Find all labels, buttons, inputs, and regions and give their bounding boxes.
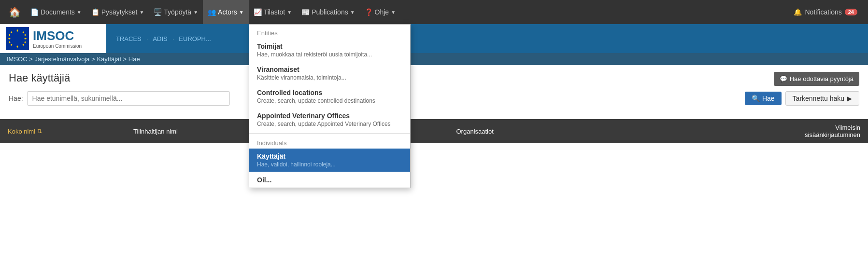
publications-icon: 📰 (301, 8, 310, 16)
navbar-item-publications[interactable]: 📰 Publications ▼ (297, 0, 359, 24)
dropdown-divider (249, 133, 410, 134)
dropdown-item-appointed-vet[interactable]: Appointed Veterinary Offices Create, sea… (249, 108, 410, 131)
navbar-item-actors[interactable]: 👥 Actors ▼ (203, 0, 249, 24)
search-label: Hae: (9, 95, 23, 102)
pending-requests-button[interactable]: 💬 Hae odottavia pyyntöjä (774, 72, 859, 86)
traces-bar: TRACES · ADIS · EUROPH... (106, 24, 868, 53)
table-col-last-login: Viimeisin sisäänkirjautuminen (771, 119, 868, 143)
navbar-item-tyopoyta[interactable]: 🖥️ Työpöytä ▼ (149, 0, 203, 24)
svg-point-22 (25, 35, 26, 36)
documents-icon: 📄 (30, 8, 39, 16)
search-row: Hae: 🔍 Hae Tarkennettu haku ▶ (9, 91, 859, 106)
navbar-item-ohje[interactable]: ❓ Ohje ▼ (360, 0, 400, 24)
svg-point-18 (23, 32, 24, 33)
search-input[interactable] (27, 91, 230, 106)
chevron-right-icon: ▶ (847, 95, 852, 102)
traces-link[interactable]: TRACES (116, 35, 142, 42)
navbar-item-tilastot[interactable]: 📈 Tilastot ▼ (249, 0, 297, 24)
dropdown-item-title: Appointed Veterinary Offices (257, 112, 402, 120)
breadcrumb: IMSOC > Järjestelmänvalvoja > Käyttäjät … (7, 55, 140, 63)
tilastot-icon: 📈 (254, 8, 262, 16)
notification-badge: 24 (845, 9, 857, 15)
dropdown-entities-header: Entities (249, 25, 410, 39)
breadcrumb-bar: IMSOC > Järjestelmänvalvoja > Käyttäjät … (0, 53, 868, 65)
table-header: Koko nimi ⇅ Tilinhaltijan nimi Organisaa… (0, 119, 868, 143)
dropdown-individuals-header: Individuals (249, 136, 410, 143)
dropdown-item-title: Controlled locations (257, 89, 402, 96)
notifications-button[interactable]: 🔔 Notifications 24 (787, 8, 864, 16)
table-col-name[interactable]: Koko nimi ⇅ (0, 123, 126, 140)
chevron-down-icon: ▼ (139, 10, 144, 15)
search-button[interactable]: 🔍 Hae (745, 92, 782, 105)
svg-point-13 (17, 30, 18, 32)
dropdown-item-desc: Käsittele viranomaisia, toimintoja... (257, 74, 402, 81)
svg-point-16 (25, 38, 26, 40)
svg-point-15 (9, 38, 11, 40)
dropdown-item-toimijat[interactable]: Toimijat Hae, muokkaa tai rekisteröi uus… (249, 39, 410, 62)
sort-icon: ⇅ (37, 128, 42, 135)
svg-point-17 (11, 32, 12, 33)
logo-subtitle: European Commission (33, 43, 82, 49)
logo-area: IMSOC European Commission (0, 24, 106, 53)
home-icon[interactable]: 🏠 (4, 6, 26, 18)
eu-flag (6, 27, 29, 50)
logo-title: IMSOC (33, 28, 82, 43)
dropdown-item-desc: Create, search, update Appointed Veterin… (257, 121, 402, 127)
advanced-search-button[interactable]: Tarkennettu haku ▶ (785, 91, 859, 106)
pysaytykset-icon: 📋 (91, 8, 100, 16)
svg-point-19 (11, 44, 12, 45)
chevron-down-icon: ▼ (77, 10, 82, 15)
dropdown-item-viranomaiset[interactable]: Viranomaiset Käsittele viranomaisia, toi… (249, 62, 410, 85)
dropdown-item-controlled-locations[interactable]: Controlled locations Create, search, upd… (249, 85, 410, 108)
chevron-down-icon: ▼ (193, 10, 198, 15)
dropdown-item-title: Toimijat (257, 42, 402, 50)
header-area: IMSOC European Commission TRACES · ADIS … (0, 24, 868, 53)
svg-point-21 (9, 35, 10, 36)
ohje-icon: ❓ (365, 8, 373, 16)
bell-icon: 🔔 (794, 8, 802, 16)
dropdown-item-desc: Create, search, update controlled destin… (257, 97, 402, 104)
dot-1: · (146, 35, 148, 42)
tyopoyta-icon: 🖥️ (154, 8, 162, 16)
top-navbar: 🏠 📄 Documents ▼ 📋 Pysäytykset ▼ 🖥️ Työpö… (0, 0, 868, 24)
dot-2: · (172, 35, 174, 42)
svg-point-24 (25, 41, 26, 42)
svg-point-20 (23, 44, 24, 45)
adis-link[interactable]: ADIS (153, 35, 167, 42)
chevron-down-icon: ▼ (287, 10, 292, 15)
svg-point-23 (9, 41, 10, 42)
chevron-down-icon: ▼ (350, 10, 355, 15)
table-col-org: Organisaatiot (449, 123, 772, 140)
search-icon: 🔍 (752, 95, 760, 102)
logo-text-group: IMSOC European Commission (33, 28, 82, 49)
navbar-item-pysaytykset[interactable]: 📋 Pysäytykset ▼ (86, 0, 149, 24)
chevron-down-icon: ▼ (239, 10, 244, 15)
chat-icon: 💬 (780, 75, 787, 82)
dropdown-item-title: Viranomaiset (257, 66, 402, 73)
actors-icon: 👥 (208, 8, 216, 16)
page-title: Hae käyttäjiä (9, 72, 70, 84)
dropdown-item-desc: Hae, muokkaa tai rekisteröi uusia toimij… (257, 51, 402, 58)
navbar-item-documents[interactable]: 📄 Documents ▼ (26, 0, 86, 24)
euph-link[interactable]: EUROPH... (179, 35, 211, 42)
chevron-down-icon: ▼ (391, 10, 396, 15)
content-area: Hae käyttäjiä 💬 Hae odottavia pyyntöjä H… (0, 65, 868, 119)
svg-point-14 (17, 46, 18, 47)
actors-dropdown-menu: Entities Toimijat Hae, muokkaa tai rekis… (249, 24, 411, 143)
